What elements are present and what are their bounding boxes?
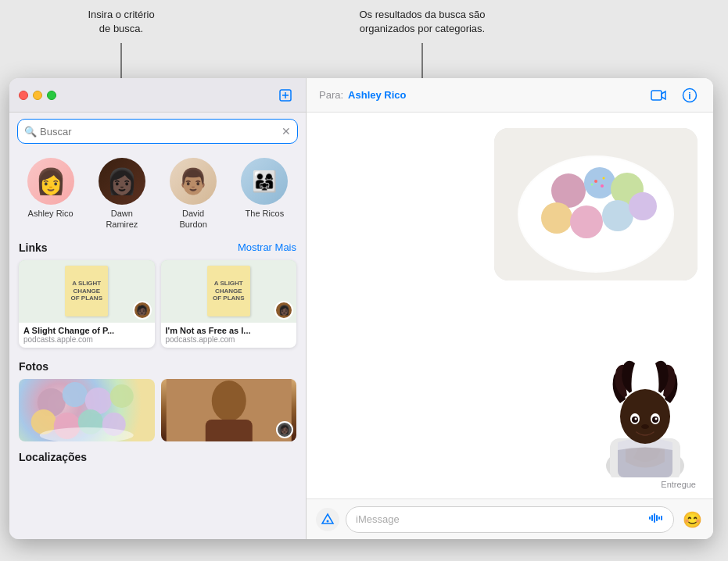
audio-button[interactable]	[648, 512, 664, 527]
link-title-1: A Slight Change of P...	[23, 326, 150, 335]
svg-point-10	[63, 382, 88, 407]
emoji-button[interactable]: 😊	[680, 508, 704, 531]
memoji-message: Entregue	[594, 360, 696, 489]
annotation-right-line2: organizados por categorias.	[360, 23, 485, 34]
avatar-ashley: 👩	[27, 158, 74, 205]
contact-name-ashley: Ashley Rico	[28, 208, 74, 219]
svg-point-35	[603, 177, 605, 180]
svg-point-32	[602, 200, 633, 231]
link-card-info-1: A Slight Change of P... podcasts.apple.c…	[19, 323, 155, 348]
svg-point-31	[570, 205, 603, 238]
photo-thumb-2[interactable]: 👩🏿	[161, 379, 297, 441]
svg-point-47	[655, 418, 658, 420]
chat-messages: Entregue	[307, 113, 713, 498]
svg-point-12	[110, 384, 134, 408]
search-clear-icon[interactable]: ✕	[282, 125, 291, 138]
svg-text:i: i	[688, 91, 690, 102]
traffic-lights	[19, 91, 56, 100]
links-row: A SLIGHT CHANGE OF PLANS 🧑🏿 A Slight Cha…	[9, 257, 306, 354]
link-card-image-1: A SLIGHT CHANGE OF PLANS 🧑🏿	[19, 260, 155, 323]
delivered-label: Entregue	[661, 480, 696, 489]
svg-rect-52	[654, 513, 655, 523]
chat-header: Para: Ashley Rico i	[307, 78, 713, 113]
app-store-button[interactable]	[316, 508, 339, 531]
link-card-image-2: A SLIGHT CHANGE OF PLANS 👩🏿	[161, 260, 297, 323]
avatar-david: 👨🏽	[170, 158, 217, 205]
svg-rect-20	[205, 420, 252, 441]
contact-name-david: DavidBurdon	[179, 208, 206, 230]
contacts-row: 👩 Ashley Rico 👩🏿 DawnRamirez 👨🏽 DavidBur…	[9, 150, 306, 235]
svg-rect-53	[656, 515, 658, 521]
link-title-2: I'm Not as Free as I...	[166, 326, 292, 335]
chat-recipient[interactable]: Ashley Rico	[348, 89, 406, 101]
podcast-avatar-2: 👩🏿	[274, 301, 293, 320]
fotos-section-header: Fotos	[9, 354, 306, 376]
podcast-note-1: A SLIGHT CHANGE OF PLANS	[65, 266, 108, 316]
link-card-2[interactable]: A SLIGHT CHANGE OF PLANS 👩🏿 I'm Not as F…	[161, 260, 297, 348]
titlebar	[9, 78, 306, 113]
close-button[interactable]	[19, 91, 28, 100]
chat-input-bar: iMessage 😊	[307, 498, 713, 539]
avatar-dawn: 👩🏿	[99, 158, 145, 205]
svg-point-46	[635, 418, 637, 420]
memoji-bubble	[594, 360, 696, 477]
annotation-right-line1: Os resultados da busca são	[359, 9, 485, 20]
contact-david[interactable]: 👨🏽 DavidBurdon	[163, 158, 224, 230]
video-call-button[interactable]	[647, 84, 669, 106]
contact-name-ricos: The Ricos	[246, 208, 285, 219]
svg-rect-51	[651, 515, 653, 521]
message-placeholder: iMessage	[356, 513, 648, 525]
chat-to-label: Para:	[319, 89, 343, 101]
svg-point-30	[541, 202, 572, 234]
photos-row: 👩🏿	[9, 376, 306, 448]
link-domain-1: podcasts.apple.com	[23, 335, 150, 344]
link-card-info-2: I'm Not as Free as I... podcasts.apple.c…	[161, 323, 297, 348]
contact-dawn[interactable]: 👩🏿 DawnRamirez	[91, 158, 152, 230]
chat-to: Para: Ashley Rico	[319, 89, 407, 101]
links-label: Links	[19, 241, 48, 254]
avatar-ricos: 👨‍👩‍👧	[241, 158, 288, 205]
link-domain-2: podcasts.apple.com	[166, 335, 292, 344]
svg-point-19	[211, 381, 246, 421]
info-button[interactable]: i	[679, 84, 701, 106]
svg-rect-21	[651, 91, 662, 100]
svg-point-34	[594, 180, 597, 183]
svg-point-36	[591, 184, 594, 186]
svg-point-33	[629, 192, 657, 220]
svg-point-48	[641, 424, 649, 429]
svg-rect-54	[658, 516, 660, 520]
search-icon: 🔍	[24, 126, 37, 138]
search-input[interactable]	[40, 126, 282, 138]
podcast-cover-2: A SLIGHT CHANGE OF PLANS 👩🏿	[161, 260, 297, 323]
svg-point-49	[327, 520, 329, 522]
localizacoes-section-header: Localizações	[9, 448, 306, 463]
photo-overlay-avatar: 👩🏿	[276, 421, 293, 438]
message-input-wrap[interactable]: iMessage	[346, 506, 674, 533]
link-card-1[interactable]: A SLIGHT CHANGE OF PLANS 🧑🏿 A Slight Cha…	[19, 260, 155, 348]
contact-ricos[interactable]: 👨‍👩‍👧 The Ricos	[234, 158, 295, 230]
contact-name-dawn: DawnRamirez	[106, 208, 138, 230]
fotos-label: Fotos	[19, 360, 48, 373]
photo-macarons	[19, 379, 155, 441]
photo-portrait: 👩🏿	[161, 379, 297, 441]
macaron-photo-bubble	[494, 128, 698, 280]
annotation-left-line2: de busca.	[99, 23, 143, 34]
links-more-button[interactable]: Mostrar Mais	[238, 241, 296, 253]
maximize-button[interactable]	[47, 91, 56, 100]
links-section-header: Links Mostrar Mais	[9, 235, 306, 257]
search-bar[interactable]: 🔍 ✕	[17, 119, 298, 144]
localizacoes-label: Localizações	[19, 451, 87, 463]
sidebar: 🔍 ✕ 👩 Ashley Rico 👩🏿 DawnRamirez 👨🏽	[9, 78, 307, 539]
svg-rect-55	[661, 516, 662, 520]
svg-rect-50	[649, 516, 651, 520]
main-window: 🔍 ✕ 👩 Ashley Rico 👩🏿 DawnRamirez 👨🏽	[9, 78, 713, 539]
chat-actions: i	[647, 84, 701, 106]
annotation-left-line1: Insira o critério	[88, 9, 154, 20]
minimize-button[interactable]	[33, 91, 42, 100]
compose-button[interactable]	[274, 84, 296, 106]
podcast-note-2: A SLIGHT CHANGE OF PLANS	[207, 266, 250, 316]
contact-ashley[interactable]: 👩 Ashley Rico	[20, 158, 81, 230]
photo-thumb-1[interactable]	[19, 379, 155, 441]
svg-point-37	[601, 184, 604, 188]
macaron-photo-message	[494, 128, 698, 280]
